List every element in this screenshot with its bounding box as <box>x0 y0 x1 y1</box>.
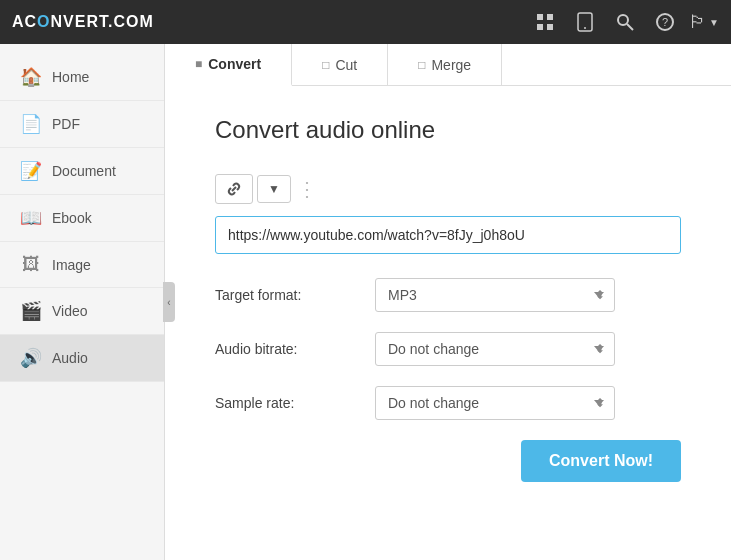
logo-ac: AC <box>12 13 37 30</box>
image-icon: 🖼 <box>20 254 42 275</box>
form-row-audio-bitrate: Audio bitrate:Do not change64 kbit/s128 … <box>215 332 681 366</box>
sidebar-item-label: Document <box>52 163 116 179</box>
sidebar-item-ebook[interactable]: 📖Ebook <box>0 195 164 242</box>
tab-label: Cut <box>335 57 357 73</box>
video-icon: 🎬 <box>20 300 42 322</box>
audio-icon: 🔊 <box>20 347 42 369</box>
dropdown-button[interactable]: ▼ <box>257 175 291 203</box>
tablet-icon[interactable] <box>569 6 601 38</box>
svg-point-6 <box>618 15 628 25</box>
sidebar-item-video[interactable]: 🎬Video <box>0 288 164 335</box>
tabs: ■Convert□Cut□Merge <box>165 44 731 86</box>
tab-label: Merge <box>431 57 471 73</box>
svg-rect-2 <box>537 24 543 30</box>
sidebar-item-label: Ebook <box>52 210 92 226</box>
svg-rect-3 <box>547 24 553 30</box>
sidebar-item-home[interactable]: 🏠Home <box>0 54 164 101</box>
page-title: Convert audio online <box>215 116 681 144</box>
grid-icon[interactable] <box>529 6 561 38</box>
sidebar-item-label: PDF <box>52 116 80 132</box>
sample-rate-select[interactable]: Do not change22050 Hz44100 Hz48000 Hz <box>375 386 615 420</box>
sidebar-item-document[interactable]: 📝Document <box>0 148 164 195</box>
help-icon[interactable]: ? <box>649 6 681 38</box>
sidebar-item-label: Video <box>52 303 88 319</box>
logo-rest: NVERT.COM <box>51 13 154 30</box>
target-format-label: Target format: <box>215 287 375 303</box>
language-selector[interactable]: 🏳 ▼ <box>689 12 719 33</box>
sidebar-item-pdf[interactable]: 📄PDF <box>0 101 164 148</box>
cut-tab-icon: □ <box>322 58 329 72</box>
convert-tab-icon: ■ <box>195 57 202 71</box>
tab-cut[interactable]: □Cut <box>292 44 388 85</box>
svg-rect-1 <box>547 14 553 20</box>
audio-bitrate-label: Audio bitrate: <box>215 341 375 357</box>
form-row-target-format: Target format:MP3WAVOGGAACFLACM4AWMA <box>215 278 681 312</box>
sidebar-item-image[interactable]: 🖼Image <box>0 242 164 288</box>
main-content: Convert audio online ▼ ⋮ Target fo <box>165 86 731 560</box>
svg-line-7 <box>627 24 633 30</box>
svg-rect-0 <box>537 14 543 20</box>
toolbar-separator: ⋮ <box>297 177 317 201</box>
sidebar-toggle[interactable]: ‹ <box>163 282 175 322</box>
target-format-select-wrapper: MP3WAVOGGAACFLACM4AWMA <box>375 278 615 312</box>
tab-convert[interactable]: ■Convert <box>165 44 292 86</box>
home-icon: 🏠 <box>20 66 42 88</box>
ebook-icon: 📖 <box>20 207 42 229</box>
svg-point-5 <box>584 27 586 29</box>
sidebar-item-label: Home <box>52 69 89 85</box>
convert-now-button[interactable]: Convert Now! <box>521 440 681 482</box>
logo: ACONVERT.COM <box>12 13 154 31</box>
toolbar-row: ▼ ⋮ <box>215 174 681 204</box>
pdf-icon: 📄 <box>20 113 42 135</box>
link-button[interactable] <box>215 174 253 204</box>
url-input[interactable] <box>215 216 681 254</box>
logo-o: O <box>37 13 50 30</box>
navbar: ACONVERT.COM ? 🏳 ▼ <box>0 0 731 44</box>
search-icon[interactable] <box>609 6 641 38</box>
content-area: ■Convert□Cut□Merge Convert audio online … <box>165 44 731 560</box>
sidebar: 🏠Home📄PDF📝Document📖Ebook🖼Image🎬Video🔊Aud… <box>0 44 165 560</box>
audio-bitrate-select[interactable]: Do not change64 kbit/s128 kbit/s192 kbit… <box>375 332 615 366</box>
sidebar-item-audio[interactable]: 🔊Audio <box>0 335 164 382</box>
sidebar-item-label: Audio <box>52 350 88 366</box>
sidebar-item-label: Image <box>52 257 91 273</box>
sample-rate-select-wrapper: Do not change22050 Hz44100 Hz48000 Hz <box>375 386 615 420</box>
merge-tab-icon: □ <box>418 58 425 72</box>
form-row-sample-rate: Sample rate:Do not change22050 Hz44100 H… <box>215 386 681 420</box>
document-icon: 📝 <box>20 160 42 182</box>
tab-merge[interactable]: □Merge <box>388 44 502 85</box>
main-layout: 🏠Home📄PDF📝Document📖Ebook🖼Image🎬Video🔊Aud… <box>0 44 731 560</box>
sample-rate-label: Sample rate: <box>215 395 375 411</box>
tab-label: Convert <box>208 56 261 72</box>
audio-bitrate-select-wrapper: Do not change64 kbit/s128 kbit/s192 kbit… <box>375 332 615 366</box>
sidebar-wrapper: 🏠Home📄PDF📝Document📖Ebook🖼Image🎬Video🔊Aud… <box>0 44 165 560</box>
svg-text:?: ? <box>662 16 668 28</box>
navbar-icons: ? 🏳 ▼ <box>529 6 719 38</box>
target-format-select[interactable]: MP3WAVOGGAACFLACM4AWMA <box>375 278 615 312</box>
convert-btn-row: Convert Now! <box>215 440 681 482</box>
